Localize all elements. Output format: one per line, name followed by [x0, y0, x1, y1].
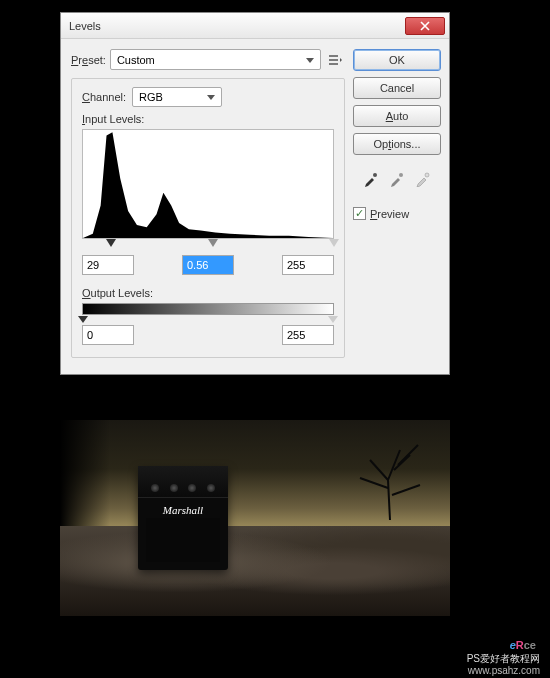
eyedropper-white[interactable] — [413, 169, 433, 189]
levels-dialog: Levels Preset: Custom Channel: RGB Input… — [60, 12, 450, 375]
output-black-field[interactable]: 0 — [82, 325, 134, 345]
ok-button[interactable]: OK — [353, 49, 441, 71]
input-values-row: 29 0.56 255 — [82, 255, 334, 275]
svg-point-3 — [425, 173, 429, 177]
preset-select[interactable]: Custom — [110, 49, 321, 70]
eyedropper-icon — [363, 171, 379, 187]
input-gamma-field[interactable]: 0.56 — [182, 255, 234, 275]
amp-grill — [146, 518, 220, 562]
watermark-text: PS爱好者教程网 — [467, 652, 540, 666]
eyedropper-icon — [415, 171, 431, 187]
preset-menu-button[interactable] — [325, 51, 345, 69]
menu-icon — [328, 54, 342, 66]
preset-value: Custom — [117, 54, 155, 66]
input-levels-label: Input Levels: — [82, 113, 144, 125]
levels-group: Channel: RGB Input Levels: 29 0.56 — [71, 78, 345, 358]
histogram — [82, 129, 334, 239]
input-black-field[interactable]: 29 — [82, 255, 134, 275]
watermark-logo: eRce — [510, 631, 536, 654]
input-white-handle[interactable] — [329, 239, 339, 247]
channel-row: Channel: RGB — [82, 87, 334, 107]
input-gamma-handle[interactable] — [208, 239, 218, 247]
dialog-title: Levels — [69, 20, 405, 32]
left-column: Preset: Custom Channel: RGB Input Levels… — [71, 49, 345, 358]
input-black-handle[interactable] — [106, 239, 116, 247]
output-black-handle[interactable] — [78, 316, 88, 323]
input-white-field[interactable]: 255 — [282, 255, 334, 275]
channel-select[interactable]: RGB — [132, 87, 222, 107]
svg-point-1 — [373, 173, 377, 177]
svg-point-2 — [399, 173, 403, 177]
bare-tree — [350, 430, 430, 520]
amp-brand: Marshall — [138, 504, 228, 516]
cancel-button[interactable]: Cancel — [353, 77, 441, 99]
channel-label: Channel: — [82, 91, 126, 103]
right-column: OK Cancel Auto Options... ✓ Preview — [353, 49, 441, 358]
dark-figure — [60, 420, 110, 540]
amp-panel — [138, 466, 228, 498]
svg-marker-0 — [83, 132, 333, 238]
output-white-handle[interactable] — [328, 316, 338, 323]
auto-button[interactable]: Auto — [353, 105, 441, 127]
output-levels-label: Output Levels: — [82, 287, 153, 299]
output-white-field[interactable]: 255 — [282, 325, 334, 345]
watermark-url: www.psahz.com — [468, 665, 540, 676]
preview-label: Preview — [370, 208, 409, 220]
image-preview: Marshall — [60, 420, 450, 616]
preset-row: Preset: Custom — [71, 49, 345, 70]
output-gradient — [82, 303, 334, 315]
input-slider-track — [82, 239, 334, 249]
dialog-body: Preset: Custom Channel: RGB Input Levels… — [61, 39, 449, 374]
titlebar[interactable]: Levels — [61, 13, 449, 39]
amplifier: Marshall — [138, 466, 228, 570]
eyedropper-black[interactable] — [361, 169, 381, 189]
preview-row: ✓ Preview — [353, 207, 441, 220]
eyedropper-gray[interactable] — [387, 169, 407, 189]
preview-checkbox[interactable]: ✓ — [353, 207, 366, 220]
close-button[interactable] — [405, 17, 445, 35]
options-button[interactable]: Options... — [353, 133, 441, 155]
close-icon — [420, 21, 430, 31]
output-values-row: 0 255 — [82, 325, 334, 345]
histogram-chart — [83, 130, 333, 238]
preset-label: Preset: — [71, 54, 106, 66]
channel-value: RGB — [139, 91, 163, 103]
eyedropper-icon — [389, 171, 405, 187]
rocks — [60, 526, 450, 616]
eyedropper-row — [353, 169, 441, 189]
